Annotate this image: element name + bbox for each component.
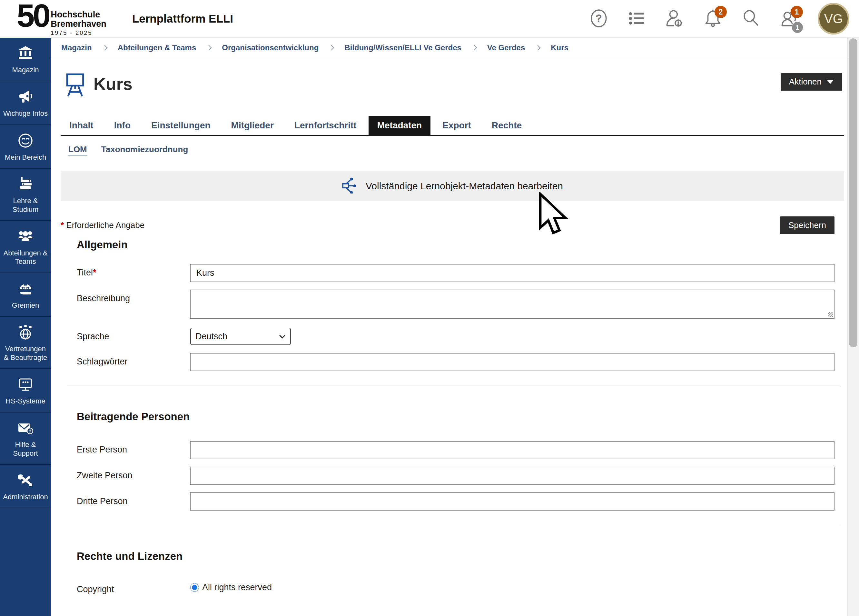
dritte-person-input[interactable]: [190, 492, 834, 511]
sidebar-item-mein-bereich[interactable]: Mein Bereich: [0, 125, 51, 169]
sidebar-item-abteilungen-teams[interactable]: Abteilungen & Teams: [0, 221, 51, 273]
breadcrumb: Magazin Abteilungen & Teams Organisation…: [51, 38, 847, 58]
copyright-radio[interactable]: [190, 583, 199, 592]
svg-text:?: ?: [595, 12, 602, 24]
sidebar-item-label: Gremien: [12, 301, 39, 310]
logo-institution-line1: Hochschule: [51, 10, 106, 19]
titel-label: Titel*: [61, 264, 190, 282]
sidebar-item-gremien[interactable]: Gremien: [0, 273, 51, 317]
person-alert-icon: [665, 9, 684, 29]
sidebar-item-magazin[interactable]: Magazin: [0, 38, 51, 81]
sidebar-item-administration[interactable]: Administration: [0, 465, 51, 508]
subtab-lom[interactable]: LOM: [68, 143, 87, 156]
todo-list-button[interactable]: [628, 8, 646, 29]
chevron-right-icon: [102, 45, 108, 51]
tab-lernfortschritt[interactable]: Lernfortschritt: [286, 116, 365, 135]
assembly-icon: [18, 281, 33, 297]
tab-inhalt[interactable]: Inhalt: [61, 116, 102, 135]
search-button[interactable]: [742, 8, 760, 29]
sidebar-item-hilfe-support[interactable]: ? Hilfe & Support: [0, 413, 51, 465]
books-icon: [18, 177, 33, 193]
sidebar-item-label: Hilfe & Support: [2, 441, 49, 458]
university-logo: 50 Hochschule Bremerhaven 1975 - 2025: [17, 1, 106, 36]
beschreibung-textarea[interactable]: [190, 289, 834, 319]
svg-text:?: ?: [29, 428, 31, 434]
section-divider: [67, 385, 840, 385]
edit-full-metadata-label: Vollständige Lernobjekt-Metadaten bearbe…: [365, 181, 563, 192]
sidebar-item-label: Mein Bereich: [5, 153, 46, 162]
tab-rechte[interactable]: Rechte: [483, 116, 530, 135]
required-note: * Erforderliche Angabe: [61, 220, 144, 230]
subtab-taxonomiezuordnung[interactable]: Taxonomiezuordnung: [101, 143, 188, 156]
titel-input[interactable]: [190, 264, 834, 282]
schlagwoerter-input[interactable]: [190, 353, 834, 371]
page-title: Kurs: [94, 74, 133, 94]
list-icon: [628, 10, 645, 28]
logo-years: 1975 - 2025: [51, 30, 106, 36]
logo-institution-line2: Bremerhaven: [51, 19, 106, 28]
help-icon: ?: [590, 9, 608, 29]
sidebar-item-wichtige-infos[interactable]: Wichtige Infos: [0, 81, 51, 125]
monitor-icon: [18, 377, 33, 393]
sidebar-item-label: Magazin: [12, 66, 39, 74]
resize-grip-icon[interactable]: [828, 312, 833, 317]
erste-person-input[interactable]: [190, 441, 834, 459]
megaphone-icon: [18, 89, 33, 105]
sidebar: Magazin Wichtige Infos Mein Bereich: [0, 38, 51, 616]
save-button-label: Speichern: [789, 220, 826, 230]
sidebar-item-label: Abteilungen & Teams: [2, 249, 49, 266]
tools-icon: [18, 472, 33, 489]
sprache-select[interactable]: Deutsch: [190, 328, 291, 345]
chevron-right-icon: [472, 45, 477, 51]
required-asterisk: *: [61, 220, 64, 230]
sidebar-item-label: Vertretungen & Beauftragte: [2, 345, 49, 362]
scrollbar-thumb[interactable]: [849, 38, 857, 347]
breadcrumb-item-bildung-wissen[interactable]: Bildung/Wissen/ELLI Ve Gerdes: [344, 43, 461, 52]
scrollbar[interactable]: [847, 38, 859, 616]
breadcrumb-item-kurs[interactable]: Kurs: [551, 43, 569, 52]
awareness-button[interactable]: [665, 8, 684, 29]
help-button[interactable]: ?: [589, 8, 608, 29]
erste-person-label: Erste Person: [61, 441, 190, 459]
edit-full-metadata-banner[interactable]: Vollständige Lernobjekt-Metadaten bearbe…: [61, 171, 844, 201]
tab-mitglieder[interactable]: Mitglieder: [222, 116, 283, 135]
metadata-hub-icon: [342, 177, 358, 195]
app-title: Lernplattform ELLI: [132, 12, 233, 25]
bank-icon: [18, 45, 33, 62]
tab-metadaten[interactable]: Metadaten: [369, 116, 431, 135]
breadcrumb-item-abteilungen[interactable]: Abteilungen & Teams: [118, 43, 196, 52]
chevron-right-icon: [329, 45, 334, 51]
top-header: 50 Hochschule Bremerhaven 1975 - 2025 Le…: [0, 0, 859, 38]
chevron-right-icon: [206, 45, 212, 51]
mail-question-icon: ?: [18, 420, 33, 437]
people-group-icon: [18, 229, 33, 245]
save-button[interactable]: Speichern: [780, 216, 834, 234]
beschreibung-label: Beschreibung: [61, 289, 190, 320]
actions-button[interactable]: Aktionen: [781, 73, 842, 91]
notifications-badge: 2: [715, 6, 727, 18]
contacts-button[interactable]: 1 1: [780, 8, 798, 29]
section-heading-allgemein: Allgemein: [61, 239, 844, 251]
tab-info[interactable]: Info: [105, 116, 139, 135]
dritte-person-label: Dritte Person: [61, 492, 190, 511]
breadcrumb-item-magazin[interactable]: Magazin: [61, 43, 92, 52]
zweite-person-label: Zweite Person: [61, 467, 190, 485]
notifications-button[interactable]: 2: [704, 8, 722, 29]
sidebar-item-vertretungen-beauftragte[interactable]: Vertretungen & Beauftragte: [0, 317, 51, 369]
course-easel-icon: [65, 72, 85, 96]
breadcrumb-item-ve-gerdes[interactable]: Ve Gerdes: [487, 43, 525, 52]
smiley-icon: [18, 133, 33, 149]
tab-export[interactable]: Export: [434, 116, 480, 135]
contacts-badge-secondary: 1: [792, 22, 803, 33]
sprache-label: Sprache: [61, 328, 190, 345]
zweite-person-input[interactable]: [190, 467, 834, 485]
avatar[interactable]: VG: [818, 3, 849, 34]
sidebar-item-lehre-studium[interactable]: Lehre & Studium: [0, 169, 51, 221]
breadcrumb-item-organisationsentwicklung[interactable]: Organisationsentwicklung: [222, 43, 319, 52]
sidebar-item-hs-systeme[interactable]: HS-Systeme: [0, 369, 51, 413]
section-heading-rechte: Rechte und Lizenzen: [61, 550, 844, 563]
contacts-badge-primary: 1: [791, 6, 803, 18]
sidebar-item-label: Wichtige Infos: [3, 109, 48, 118]
subtab-bar: LOM Taxonomiezuordnung: [61, 143, 844, 156]
tab-einstellungen[interactable]: Einstellungen: [142, 116, 219, 135]
